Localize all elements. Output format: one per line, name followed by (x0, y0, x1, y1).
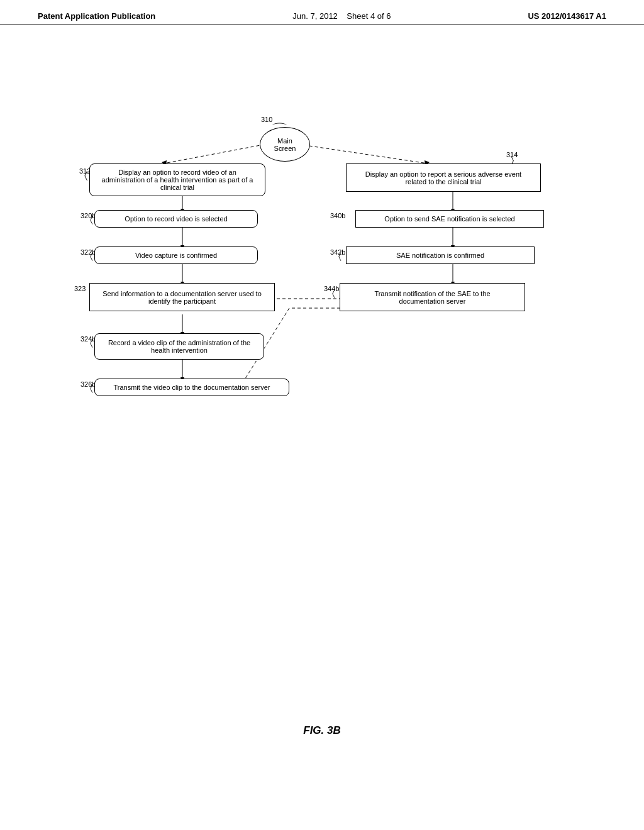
bracket-320b: 〈 (90, 214, 93, 225)
node-324b: Record a video clip of the administratio… (94, 333, 264, 360)
bracket-326b: 〈 (90, 383, 93, 394)
label-340b: 340b (330, 212, 345, 219)
figure-caption: FIG. 3B (303, 724, 341, 737)
node-322b: Video capture is confirmed (94, 246, 258, 264)
node-main-screen: MainScreen (260, 127, 310, 162)
node-320b: Option to record video is selected (94, 210, 258, 228)
node-344b: Transmit notification of the SAE to thed… (340, 283, 525, 311)
header: Patent Application Publication Jun. 7, 2… (0, 0, 644, 25)
bracket-344b: 〈 (332, 288, 335, 299)
header-date: Jun. 7, 2012 Sheet 4 of 6 (292, 11, 391, 21)
node-314: Display an option to report a serious ad… (346, 163, 541, 192)
header-right: US 2012/0143617 A1 (528, 11, 606, 21)
page: Patent Application Publication Jun. 7, 2… (0, 0, 644, 830)
bracket-342b: 〈 (338, 251, 341, 262)
header-left: Patent Application Publication (38, 11, 155, 21)
node-340b: Option to send SAE notification is selec… (355, 210, 544, 228)
label-320b: 320b (80, 212, 96, 219)
diagram-container: 310 ⌒ MainScreen 312 〈 Display an option… (38, 88, 606, 704)
bracket-312: 〈 (84, 170, 87, 181)
bracket-322b: 〈 (90, 251, 93, 262)
svg-line-2 (292, 143, 428, 163)
node-326b: Transmit the video clip to the documenta… (94, 379, 289, 396)
bracket-324b: 〈 (90, 338, 93, 348)
label-326b: 326b (80, 380, 96, 388)
node-323: Send information to a documentation serv… (89, 283, 275, 311)
label-323: 323 (74, 285, 86, 292)
node-312: Display an option to record video of ana… (89, 163, 265, 196)
node-342b: SAE notification is confirmed (346, 246, 535, 264)
label-322b: 322b (80, 248, 96, 256)
label-324b: 324b (80, 335, 96, 343)
svg-line-0 (164, 143, 270, 163)
